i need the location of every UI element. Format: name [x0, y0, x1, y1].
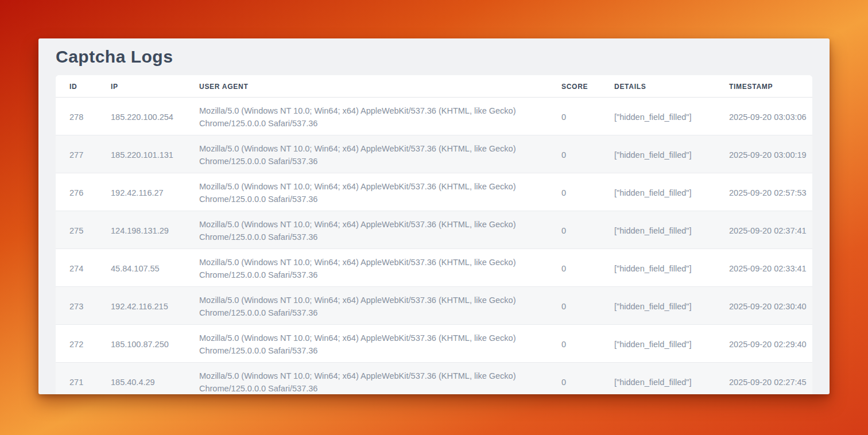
cell-details: ["hidden_field_filled"]	[600, 249, 715, 287]
cell-id: 273	[56, 287, 97, 325]
cell-ip: 185.100.87.250	[97, 325, 185, 363]
cell-ip: 192.42.116.27	[97, 173, 185, 211]
page-background: { "page": { "title": "Captcha Logs" }, "…	[0, 0, 868, 435]
cell-details: ["hidden_field_filled"]	[600, 135, 715, 173]
cell-timestamp: 2025-09-20 02:33:41	[715, 249, 812, 287]
cell-ip: 45.84.107.55	[97, 249, 185, 287]
cell-details: ["hidden_field_filled"]	[600, 363, 715, 395]
cell-ip: 185.220.100.254	[97, 98, 185, 135]
cell-score: 0	[548, 363, 600, 395]
cell-user-agent: Mozilla/5.0 (Windows NT 10.0; Win64; x64…	[185, 363, 548, 395]
column-header-details: DETAILS	[600, 75, 715, 98]
table-header-row: ID IP USER AGENT SCORE DETAILS TIMESTAMP	[56, 75, 812, 98]
cell-score: 0	[548, 325, 600, 363]
cell-timestamp: 2025-09-20 02:30:40	[715, 287, 812, 325]
log-row: 273 192.42.116.215 Mozilla/5.0 (Windows …	[56, 287, 812, 325]
cell-user-agent: Mozilla/5.0 (Windows NT 10.0; Win64; x64…	[185, 249, 548, 287]
log-row: 276 192.42.116.27 Mozilla/5.0 (Windows N…	[56, 173, 812, 211]
column-header-score: SCORE	[548, 75, 600, 98]
cell-id: 277	[56, 135, 97, 173]
cell-ip: 185.40.4.29	[97, 363, 185, 395]
cell-timestamp: 2025-09-20 02:29:40	[715, 325, 812, 363]
cell-score: 0	[548, 135, 600, 173]
cell-timestamp: 2025-09-20 03:00:19	[715, 135, 812, 173]
column-header-id: ID	[56, 75, 97, 98]
cell-timestamp: 2025-09-20 02:37:41	[715, 211, 812, 249]
cell-user-agent: Mozilla/5.0 (Windows NT 10.0; Win64; x64…	[185, 211, 548, 249]
cell-ip: 192.42.116.215	[97, 287, 185, 325]
cell-id: 271	[56, 363, 97, 395]
cell-details: ["hidden_field_filled"]	[600, 325, 715, 363]
log-row: 278 185.220.100.254 Mozilla/5.0 (Windows…	[56, 98, 812, 135]
column-header-ip: IP	[97, 75, 185, 98]
page-title: Captcha Logs	[56, 47, 812, 67]
cell-ip: 124.198.131.29	[97, 211, 185, 249]
cell-user-agent: Mozilla/5.0 (Windows NT 10.0; Win64; x64…	[185, 135, 548, 173]
cell-id: 272	[56, 325, 97, 363]
cell-id: 276	[56, 173, 97, 211]
table-body: 278 185.220.100.254 Mozilla/5.0 (Windows…	[56, 98, 812, 395]
cell-user-agent: Mozilla/5.0 (Windows NT 10.0; Win64; x64…	[185, 173, 548, 211]
cell-score: 0	[548, 173, 600, 211]
cell-details: ["hidden_field_filled"]	[600, 211, 715, 249]
cell-score: 0	[548, 98, 600, 135]
cell-id: 274	[56, 249, 97, 287]
cell-ip: 185.220.101.131	[97, 135, 185, 173]
cell-timestamp: 2025-09-20 02:57:53	[715, 173, 812, 211]
cell-details: ["hidden_field_filled"]	[600, 173, 715, 211]
cell-score: 0	[548, 211, 600, 249]
cell-details: ["hidden_field_filled"]	[600, 287, 715, 325]
log-row: 272 185.100.87.250 Mozilla/5.0 (Windows …	[56, 325, 812, 363]
cell-score: 0	[548, 287, 600, 325]
cell-user-agent: Mozilla/5.0 (Windows NT 10.0; Win64; x64…	[185, 98, 548, 135]
cell-id: 275	[56, 211, 97, 249]
column-header-timestamp: TIMESTAMP	[715, 75, 812, 98]
table-header: ID IP USER AGENT SCORE DETAILS TIMESTAMP	[56, 75, 812, 98]
cell-score: 0	[548, 249, 600, 287]
logs-table-container: ID IP USER AGENT SCORE DETAILS TIMESTAMP…	[56, 75, 812, 394]
cell-id: 278	[56, 98, 97, 135]
log-row: 271 185.40.4.29 Mozilla/5.0 (Windows NT …	[56, 363, 812, 395]
cell-details: ["hidden_field_filled"]	[600, 98, 715, 135]
captcha-logs-table: ID IP USER AGENT SCORE DETAILS TIMESTAMP…	[56, 75, 812, 394]
cell-user-agent: Mozilla/5.0 (Windows NT 10.0; Win64; x64…	[185, 325, 548, 363]
cell-user-agent: Mozilla/5.0 (Windows NT 10.0; Win64; x64…	[185, 287, 548, 325]
captcha-logs-card: Captcha Logs ID IP USER AGENT SCORE DETA…	[38, 38, 830, 394]
column-header-user-agent: USER AGENT	[185, 75, 548, 98]
log-row: 274 45.84.107.55 Mozilla/5.0 (Windows NT…	[56, 249, 812, 287]
cell-timestamp: 2025-09-20 03:03:06	[715, 98, 812, 135]
log-row: 275 124.198.131.29 Mozilla/5.0 (Windows …	[56, 211, 812, 249]
cell-timestamp: 2025-09-20 02:27:45	[715, 363, 812, 395]
log-row: 277 185.220.101.131 Mozilla/5.0 (Windows…	[56, 135, 812, 173]
